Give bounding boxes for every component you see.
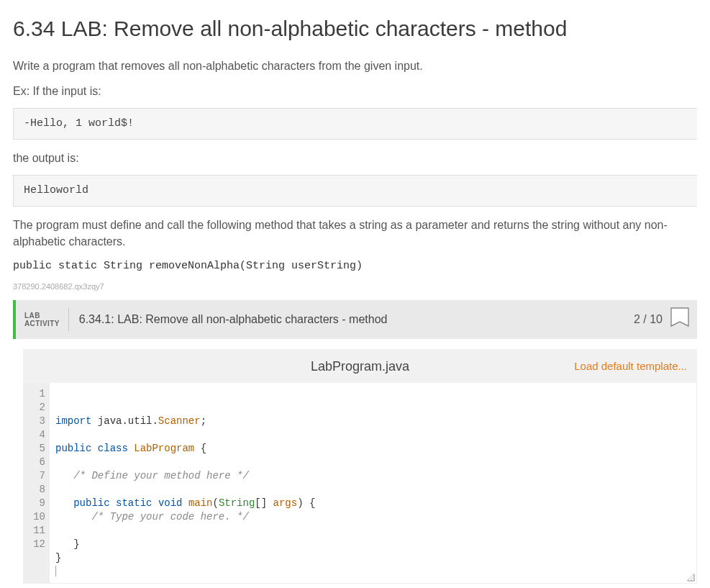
activity-title: 6.34.1: LAB: Remove all non-alphabetic c…	[69, 311, 634, 327]
activity-label-line2: ACTIVITY	[24, 320, 60, 327]
editor-filename: LabProgram.java	[311, 357, 409, 376]
line-number: 1	[27, 387, 45, 401]
code-line[interactable]: }	[55, 538, 691, 551]
code-line[interactable]	[55, 524, 691, 538]
output-label: the output is:	[13, 150, 697, 166]
svg-line-0	[687, 574, 694, 581]
code-line[interactable]	[55, 483, 691, 497]
output-example-block: Helloworld	[13, 175, 697, 207]
code-line[interactable]: }	[55, 551, 691, 565]
line-number: 12	[27, 538, 45, 551]
line-number-gutter: 123456789101112	[24, 383, 50, 556]
code-editor[interactable]: 123456789101112 import java.util.Scanner…	[23, 383, 697, 584]
line-number: 10	[27, 510, 45, 524]
line-number: 4	[27, 428, 45, 442]
example-label: Ex: If the input is:	[13, 83, 697, 99]
code-line[interactable]: public class LabProgram {	[55, 442, 691, 456]
page-title: 6.34 LAB: Remove all non-alphabetic char…	[13, 13, 697, 45]
intro-text: Write a program that removes all non-alp…	[13, 58, 697, 74]
input-example-block: -Hello, 1 world$!	[13, 108, 697, 140]
code-line[interactable]: import java.util.Scanner;	[55, 415, 691, 428]
load-default-template-link[interactable]: Load default template...	[574, 358, 687, 374]
must-define-text: The program must define and call the fol…	[13, 217, 697, 250]
svg-line-2	[693, 579, 694, 581]
code-line[interactable]	[55, 428, 691, 442]
footprint-id: 378290.2408682.qx3zqy7	[13, 281, 697, 293]
editor-card: LabProgram.java Load default template...…	[23, 349, 697, 584]
activity-label-line1: LAB	[24, 312, 60, 320]
code-line[interactable]: /* Type your code here. */	[55, 510, 691, 524]
line-number: 6	[27, 456, 45, 469]
code-line[interactable]: public static void main(String[] args) {	[55, 497, 691, 510]
activity-type-label: LAB ACTIVITY	[16, 308, 69, 331]
code-line[interactable]: /* Define your method here */	[55, 469, 691, 483]
code-line[interactable]	[55, 565, 691, 579]
line-number: 9	[27, 497, 45, 510]
line-number: 8	[27, 483, 45, 497]
line-number: 7	[27, 469, 45, 483]
activity-bar: LAB ACTIVITY 6.34.1: LAB: Remove all non…	[13, 300, 697, 339]
line-number: 5	[27, 442, 45, 456]
svg-line-1	[690, 576, 694, 581]
method-signature: public static String removeNonAlpha(Stri…	[13, 258, 697, 274]
line-number: 2	[27, 401, 45, 415]
code-line[interactable]	[55, 456, 691, 469]
code-area[interactable]: import java.util.Scanner;public class La…	[50, 383, 696, 583]
line-number: 11	[27, 524, 45, 538]
line-number: 3	[27, 415, 45, 428]
resize-handle-icon[interactable]	[685, 571, 695, 582]
editor-header: LabProgram.java Load default template...	[23, 350, 697, 383]
text-cursor	[55, 566, 57, 576]
bookmark-icon[interactable]	[670, 307, 690, 332]
activity-score: 2 / 10	[634, 311, 663, 327]
